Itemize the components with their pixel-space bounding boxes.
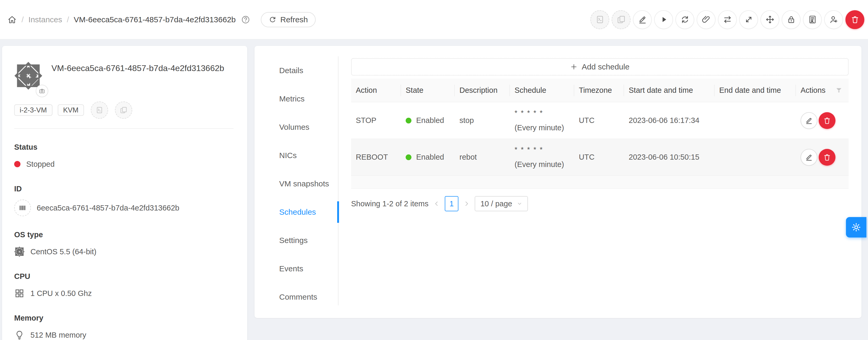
- chevron-down-icon: [517, 201, 522, 206]
- settings-fab-button[interactable]: [846, 217, 866, 238]
- breadcrumb-instances-link[interactable]: Instances: [28, 15, 62, 24]
- edit-schedule-button[interactable]: [801, 149, 817, 166]
- tab-metrics[interactable]: Metrics: [254, 85, 339, 113]
- delete-icon: [823, 153, 831, 162]
- cell-timezone: UTC: [574, 112, 624, 129]
- home-icon[interactable]: [7, 15, 17, 24]
- cell-start-date: 2023-06-06 16:17:34: [624, 112, 714, 129]
- status-section: Status Stopped: [14, 143, 234, 170]
- delete-icon: [823, 116, 831, 125]
- console-icon: [95, 106, 103, 114]
- cell-actions: [796, 108, 848, 133]
- tab-vm-snapshots[interactable]: VM snapshots: [254, 170, 339, 198]
- status-label: Status: [14, 143, 234, 151]
- os-type-section: OS type CentOS 5.5 (64-bit): [14, 230, 234, 258]
- os-type-value: CentOS 5.5 (64-bit): [30, 247, 96, 256]
- tab-comments[interactable]: Comments: [254, 283, 339, 311]
- edit-button[interactable]: [633, 10, 652, 29]
- copy-button[interactable]: [612, 10, 630, 29]
- cell-schedule: * * * * * (Every minute): [510, 105, 574, 136]
- id-section: ID 6eeca5ca-6761-4857-b7da-4e2fd313662b: [14, 184, 234, 216]
- move-button[interactable]: [761, 10, 779, 29]
- cell-description: stop: [455, 112, 510, 129]
- divider: [14, 128, 234, 129]
- col-state: State: [401, 79, 455, 102]
- reset-password-button[interactable]: [782, 10, 801, 29]
- tab-volumes[interactable]: Volumes: [254, 113, 339, 141]
- reload-icon: [269, 16, 277, 24]
- breadcrumb-separator: /: [67, 15, 69, 24]
- detail-tabs: Details Metrics Volumes NICs VM snapshot…: [254, 46, 339, 318]
- vm-head: VM-6eeca5ca-6761-4857-b7da-4e2fd313662b: [14, 62, 234, 90]
- cell-end-date: [714, 153, 796, 162]
- page-size-select[interactable]: 10 / page: [475, 196, 528, 211]
- cell-timezone: UTC: [574, 149, 624, 166]
- delete-schedule-button[interactable]: [819, 149, 835, 166]
- next-page-icon[interactable]: [463, 200, 470, 207]
- instance-internal-name-tag: i-2-3-VM: [14, 104, 53, 116]
- enabled-dot: [406, 118, 411, 124]
- barcode-icon: [18, 203, 27, 212]
- reinstall-button[interactable]: [675, 10, 694, 29]
- reinstall-icon: [680, 15, 689, 24]
- prev-page-icon[interactable]: [433, 200, 440, 207]
- add-user-button[interactable]: [824, 10, 843, 29]
- vm-tags: i-2-3-VM KVM: [14, 101, 234, 119]
- console-icon: [595, 15, 604, 24]
- os-icon: [14, 246, 25, 257]
- col-start-date: Start date and time: [624, 79, 714, 102]
- assign-instance-icon: [808, 15, 817, 24]
- breadcrumb-separator: /: [22, 15, 24, 24]
- tab-details[interactable]: Details: [254, 56, 339, 85]
- console-mini-button[interactable]: [91, 101, 108, 119]
- col-timezone: Timezone: [574, 79, 624, 102]
- col-schedule: Schedule: [510, 79, 574, 102]
- schedules-pane: Add schedule Action State Description Sc…: [339, 46, 862, 318]
- cell-schedule: * * * * * (Every minute): [510, 142, 574, 173]
- edit-icon: [805, 154, 813, 161]
- tab-events[interactable]: Events: [254, 254, 339, 283]
- table-row: REBOOT Enabled rebot * * * * * (Every mi…: [351, 139, 848, 176]
- status-stopped-dot: [14, 161, 21, 167]
- migrate-button[interactable]: [718, 10, 737, 29]
- refresh-button[interactable]: Refresh: [261, 12, 316, 27]
- schedules-table: Action State Description Schedule Timezo…: [351, 79, 848, 189]
- delete-icon: [850, 15, 860, 24]
- cpu-section: CPU 1 CPU x 0.50 Ghz: [14, 272, 234, 300]
- tab-nics[interactable]: NICs: [254, 141, 339, 170]
- cpu-value: 1 CPU x 0.50 Ghz: [30, 289, 92, 298]
- attach-iso-icon: [702, 15, 711, 24]
- delete-vm-button[interactable]: [845, 10, 864, 29]
- assign-instance-button[interactable]: [803, 10, 822, 29]
- copy-mini-button[interactable]: [115, 101, 132, 119]
- tab-schedules[interactable]: Schedules: [254, 198, 339, 226]
- cell-action: REBOOT: [351, 149, 401, 166]
- memory-value: 512 MB memory: [30, 331, 86, 339]
- edit-schedule-button[interactable]: [801, 112, 817, 129]
- page-1-button[interactable]: 1: [445, 196, 458, 211]
- gear-icon: [851, 222, 862, 233]
- scale-icon: [744, 15, 753, 24]
- attach-iso-button[interactable]: [696, 10, 716, 29]
- vm-detail-card: Details Metrics Volumes NICs VM snapshot…: [254, 46, 862, 318]
- memory-bulb-icon: [14, 330, 25, 340]
- scale-button[interactable]: [739, 10, 758, 29]
- id-value: 6eeca5ca-6761-4857-b7da-4e2fd313662b: [37, 204, 179, 212]
- question-circle-icon[interactable]: [241, 15, 250, 24]
- cpu-label: CPU: [14, 272, 234, 281]
- col-end-date: End date and time: [714, 79, 796, 102]
- add-schedule-button[interactable]: Add schedule: [351, 58, 848, 75]
- delete-schedule-button[interactable]: [819, 112, 835, 129]
- os-type-label: OS type: [14, 230, 234, 239]
- copy-icon: [617, 15, 626, 24]
- change-icon-badge[interactable]: [36, 85, 48, 97]
- start-button[interactable]: [654, 10, 673, 29]
- console-button[interactable]: [590, 10, 609, 29]
- pagination-summary: Showing 1-2 of 2 items: [351, 200, 429, 208]
- memory-label: Memory: [14, 314, 234, 322]
- tab-settings[interactable]: Settings: [254, 226, 339, 254]
- col-actions: Actions: [796, 79, 848, 102]
- col-description: Description: [455, 79, 510, 102]
- filter-icon[interactable]: [835, 87, 843, 94]
- move-icon: [766, 15, 775, 24]
